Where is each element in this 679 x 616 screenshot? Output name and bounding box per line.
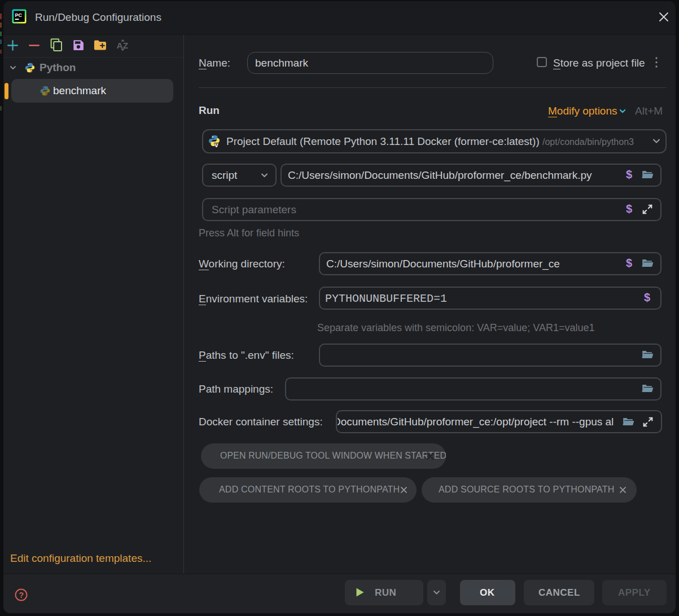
svg-text:?: ? bbox=[19, 591, 24, 600]
svg-text:v: v bbox=[214, 141, 218, 147]
svg-text:AZ: AZ bbox=[117, 41, 129, 50]
svg-text:PC: PC bbox=[15, 12, 22, 18]
